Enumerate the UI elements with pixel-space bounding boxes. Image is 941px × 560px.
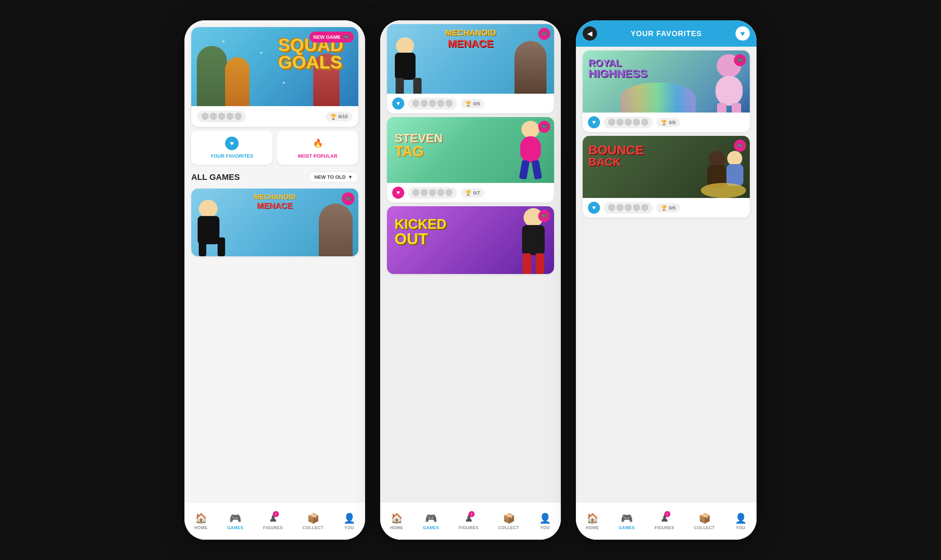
- sh2: [421, 100, 427, 108]
- sh1: [608, 118, 615, 126]
- trophy-icon-sm: 🏆: [465, 101, 471, 106]
- nav-collect-p3[interactable]: 📦 COLLECT: [694, 512, 715, 530]
- home-label-p3: HOME: [586, 525, 599, 530]
- sort-label: NEW TO OLD: [314, 174, 346, 180]
- games-label: GAMES: [228, 525, 243, 530]
- phone1-scroll[interactable]: ✦ ✦ ✦ ✦ SQUADGOALS NEW GAME 🎮: [185, 20, 365, 502]
- royal-line2: HIGHNESS: [588, 68, 647, 79]
- controller-badge-p2-menace: 🎮: [538, 28, 550, 40]
- ben10-char-p2: [394, 37, 423, 94]
- villain-char: [319, 204, 353, 256]
- phone2-mechanoid-card[interactable]: MECHANOID MENACE 🎮: [387, 24, 554, 113]
- sh3: [429, 189, 436, 197]
- nav-figures[interactable]: ♟ ! FIGURES: [263, 512, 283, 530]
- squad-goals-banner[interactable]: ✦ ✦ ✦ ✦ SQUADGOALS NEW GAME 🎮: [191, 27, 358, 106]
- steven-stats: ♥ 🏆 0/7: [387, 183, 554, 203]
- home-icon-p3: 🏠: [586, 512, 598, 524]
- nav-games-p3[interactable]: 🎮 GAMES: [619, 512, 635, 530]
- phone-2: MECHANOID MENACE 🎮: [380, 20, 561, 540]
- deco-star: ✦: [221, 38, 226, 45]
- shield-3: [218, 112, 225, 120]
- rainbow-arc: [620, 82, 696, 112]
- kicked-out-card[interactable]: KICKED OUT 🎮: [387, 206, 554, 274]
- most-popular-button[interactable]: 🔥 MOST POPULAR: [277, 131, 358, 165]
- games-icon: 🎮: [229, 512, 241, 524]
- nav-games[interactable]: 🎮 GAMES: [228, 512, 243, 530]
- trophy-display: 🏆 6/10: [326, 112, 352, 122]
- nav-you[interactable]: 👤 YOU: [343, 512, 355, 530]
- favorites-heart-btn[interactable]: ♥: [735, 26, 750, 41]
- shields-display: [197, 111, 246, 122]
- royal-banner: ROYAL HIGHNESS 🎮: [583, 51, 750, 112]
- royal-stats: ♥ 🏆 0/5: [583, 112, 750, 132]
- shield-4: [227, 112, 234, 120]
- collect-label-p2: COLLECT: [498, 525, 519, 530]
- figures-badge-p3: !: [664, 511, 670, 517]
- steven-image-wrap: STEVEN TAG 🎮: [387, 117, 554, 183]
- trophy-value: 6/10: [338, 114, 348, 119]
- heart-btn-bounce[interactable]: ♥: [588, 202, 600, 214]
- bounce-back-card[interactable]: BOUNCE BACK 🎮 ♥: [583, 136, 750, 217]
- sh1: [608, 204, 615, 212]
- actions-row: ♥ YOUR FAVORITES 🔥 MOST POPULAR: [191, 131, 358, 165]
- nav-home-p2[interactable]: 🏠 HOME: [390, 512, 403, 530]
- collect-icon-p2: 📦: [503, 512, 515, 524]
- steven-shields: [408, 187, 457, 199]
- heart-icon-blue: ♥: [225, 137, 238, 150]
- royal-highness-card[interactable]: ROYAL HIGHNESS 🎮 ♥: [583, 51, 750, 132]
- deco-star: ✦: [281, 80, 286, 86]
- sh1: [412, 100, 419, 108]
- bottom-nav-phone1: 🏠 HOME 🎮 GAMES ♟ ! FIGURES 📦 COLLECT 👤: [185, 502, 365, 540]
- steven-trophy-val: 0/7: [473, 190, 480, 196]
- sort-dropdown[interactable]: NEW TO OLD ▼: [309, 172, 358, 183]
- phone2-menace-line1: MECHANOID: [387, 28, 554, 38]
- sh5: [446, 100, 452, 108]
- games-label-p2: GAMES: [423, 525, 439, 530]
- phone-3: ◀ YOUR FAVORITES ♥ ROYAL HIGHNESS: [576, 20, 756, 540]
- phone-1: ✦ ✦ ✦ ✦ SQUADGOALS NEW GAME 🎮: [185, 20, 365, 540]
- nav-home-p3[interactable]: 🏠 HOME: [586, 512, 599, 530]
- nav-collect-p2[interactable]: 📦 COLLECT: [498, 512, 519, 530]
- nav-games-p2[interactable]: 🎮 GAMES: [423, 512, 439, 530]
- phone2-menace-stats: ♥ 🏆 0/5: [387, 94, 554, 113]
- controller-badge-mechanoid: 🎮: [342, 192, 355, 205]
- nav-you-p2[interactable]: 👤 YOU: [539, 512, 551, 530]
- most-popular-label: MOST POPULAR: [298, 153, 338, 159]
- bounce-banner: BOUNCE BACK 🎮: [583, 136, 750, 198]
- figures-icon: ♟ !: [269, 512, 277, 524]
- nav-home[interactable]: 🏠 HOME: [194, 512, 208, 530]
- bottom-nav-phone3: 🏠 HOME 🎮 GAMES ♟ ! FIGURES 📦 COLLECT 👤: [576, 502, 756, 540]
- kicked-line2: OUT: [394, 231, 446, 247]
- favorites-title: YOUR FAVORITES: [630, 29, 702, 38]
- phone3-scroll[interactable]: ROYAL HIGHNESS 🎮 ♥: [576, 47, 756, 502]
- heart-btn-royal[interactable]: ♥: [588, 116, 600, 128]
- controller-badge-steven: 🎮: [538, 121, 550, 133]
- kicked-title: KICKED OUT: [394, 217, 446, 247]
- bounce-shields: [604, 202, 653, 214]
- nav-figures-p2[interactable]: ♟ ! FIGURES: [459, 512, 478, 530]
- steven-card-container: STEVEN TAG 🎮: [387, 117, 554, 203]
- trophy-icon-steven: 🏆: [465, 190, 471, 196]
- sh5: [641, 118, 648, 126]
- steven-line2: TAG: [394, 144, 443, 158]
- nav-collect[interactable]: 📦 COLLECT: [303, 512, 323, 530]
- game-card-mechanoid[interactable]: MECHANOID MENACE 🎮: [191, 189, 358, 256]
- heart-icon-fav: ♥: [740, 29, 745, 38]
- sh3: [625, 204, 632, 212]
- back-button[interactable]: ◀: [583, 26, 597, 41]
- bounce-stats: ♥ 🏆 0/5: [583, 198, 750, 217]
- your-favorites-button[interactable]: ♥ YOUR FAVORITES: [191, 131, 272, 165]
- nav-figures-p3[interactable]: ♟ ! FIGURES: [655, 512, 674, 530]
- nav-you-p3[interactable]: 👤 YOU: [735, 512, 747, 530]
- heart-btn-steven[interactable]: ♥: [392, 187, 404, 199]
- bounce-trophy: 🏆 0/5: [657, 203, 680, 212]
- steven-card[interactable]: STEVEN TAG 🎮: [387, 117, 554, 203]
- games-icon-p2: 🎮: [425, 512, 437, 524]
- phone2-menace-banner: MECHANOID MENACE 🎮: [387, 24, 554, 94]
- pool-ring: [701, 183, 746, 198]
- sh5: [446, 189, 452, 197]
- controller-icon-badge: 🎮: [343, 34, 350, 41]
- trophy-icon: 🏆: [330, 114, 337, 120]
- phone2-scroll[interactable]: MECHANOID MENACE 🎮: [380, 20, 561, 502]
- heart-btn-menace[interactable]: ♥: [392, 97, 404, 109]
